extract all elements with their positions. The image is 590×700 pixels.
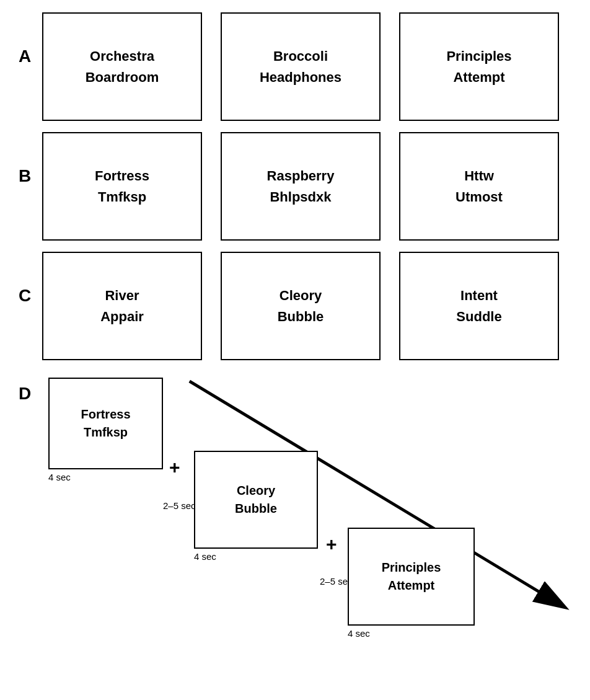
row-a-cards: OrchestraBoardroomBroccoliHeadphonesPrin… — [42, 12, 571, 121]
fixation-1-duration: 2–5 sec — [163, 500, 196, 511]
card-2-word2: Bubble — [235, 502, 277, 516]
card-b-1: FortressTmfksp — [42, 132, 202, 241]
card-b-2-word2: Bhlpsdxk — [270, 189, 331, 205]
card-c-2: CleoryBubble — [221, 252, 381, 360]
card-c-1-word2: Appair — [100, 309, 144, 325]
section-d-label: D — [19, 371, 42, 404]
card-1-word1: Fortress — [81, 407, 130, 422]
card-a-2-word1: Broccoli — [273, 48, 328, 64]
card-a-3: PrinciplesAttempt — [399, 12, 559, 121]
timeline-area: Fortress Tmfksp 4 sec + 2–5 sec Cleory B… — [42, 371, 571, 632]
row-a: AOrchestraBoardroomBroccoliHeadphonesPri… — [19, 12, 571, 121]
timeline-card-3: Principles Attempt — [348, 528, 475, 626]
timeline-card-1: Fortress Tmfksp — [48, 378, 163, 469]
card-1-duration: 4 sec — [48, 472, 71, 482]
section-d: D Fortress Tmfksp 4 sec + 2–5 sec Cleory… — [19, 371, 571, 632]
card-3-word2: Attempt — [388, 578, 435, 593]
card-a-1: OrchestraBoardroom — [42, 12, 202, 121]
card-a-2-word2: Headphones — [260, 69, 341, 86]
card-a-1-word1: Orchestra — [90, 48, 154, 64]
card-b-2-word1: Raspberry — [267, 168, 335, 184]
fixation-1: + — [169, 457, 180, 478]
card-c-1-word1: River — [105, 288, 139, 304]
card-b-3-word1: Httw — [464, 168, 494, 184]
card-c-3: IntentSuddle — [399, 252, 559, 360]
row-a-label: A — [19, 12, 42, 66]
row-b-cards: FortressTmfkspRaspberryBhlpsdxkHttwUtmos… — [42, 132, 571, 241]
card-a-3-word2: Attempt — [453, 69, 504, 86]
card-c-2-word1: Cleory — [280, 288, 322, 304]
card-b-3: HttwUtmost — [399, 132, 559, 241]
card-2-duration: 4 sec — [194, 551, 216, 562]
card-b-1-word1: Fortress — [95, 168, 149, 184]
card-a-3-word1: Principles — [446, 48, 511, 64]
row-b-label: B — [19, 132, 42, 186]
card-c-2-word2: Bubble — [278, 309, 324, 325]
card-3-duration: 4 sec — [348, 628, 370, 639]
card-c-3-word1: Intent — [460, 288, 498, 304]
card-b-1-word2: Tmfksp — [98, 189, 146, 205]
card-3-word1: Principles — [382, 560, 441, 575]
row-c-cards: RiverAppairCleoryBubbleIntentSuddle — [42, 252, 571, 360]
card-b-2: RaspberryBhlpsdxk — [221, 132, 381, 241]
row-b: BFortressTmfkspRaspberryBhlpsdxkHttwUtmo… — [19, 132, 571, 241]
timeline-card-2: Cleory Bubble — [194, 451, 318, 549]
card-1-word2: Tmfksp — [84, 425, 128, 440]
card-a-1-word2: Boardroom — [86, 69, 159, 86]
row-c: CRiverAppairCleoryBubbleIntentSuddle — [19, 252, 571, 360]
row-c-label: C — [19, 252, 42, 306]
card-2-word1: Cleory — [237, 484, 275, 498]
fixation-2: + — [326, 534, 337, 555]
card-b-3-word2: Utmost — [456, 189, 503, 205]
card-a-2: BroccoliHeadphones — [221, 12, 381, 121]
card-c-3-word2: Suddle — [456, 309, 501, 325]
card-c-1: RiverAppair — [42, 252, 202, 360]
